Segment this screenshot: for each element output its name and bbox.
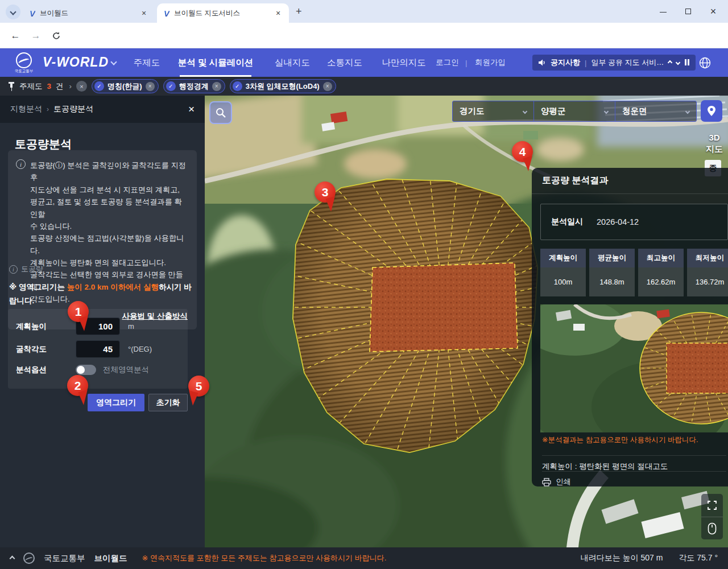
map-search-button[interactable] <box>209 101 232 124</box>
statusbar-brand[interactable]: 브이월드 <box>94 553 127 564</box>
draw-area-button[interactable]: 영역그리기 <box>88 394 144 411</box>
height-warning: ※ 영역그리기는 높이 2.0 km 이하에서 실행하시기 바랍니다. <box>9 281 197 307</box>
card-avg-height: 평균높이 148.8m <box>589 249 635 296</box>
fullscreen-button[interactable] <box>701 494 723 517</box>
browser-tab-1[interactable]: V 브이월드 × <box>23 3 155 23</box>
date-value: 2026-04-12 <box>597 217 639 226</box>
brand-chevron-icon[interactable] <box>110 59 117 65</box>
tags-clear-all-icon[interactable]: × <box>76 81 87 92</box>
statusbar-notice: ※ 연속지적도를 포함한 모든 주제도는 참고용으로만 사용하시기 바랍니다. <box>142 553 387 563</box>
signup-link[interactable]: 회원가입 <box>475 48 506 77</box>
camera-readout: 내려다보는 높이 507 m 각도 75.7 ° <box>581 553 718 563</box>
tags-expand-icon[interactable]: › <box>69 82 72 90</box>
tag-label: 명칭(한글) <box>107 81 142 92</box>
plan-height-label: 계획높이 <box>16 321 76 332</box>
notice-pause-icon[interactable] <box>684 59 690 67</box>
analysis-results-panel: 토공량 분석결과 분석일시 2026-04-12 계획높이 100m 평균높이 … <box>532 168 728 486</box>
nav-item-mymap[interactable]: 나만의지도 <box>377 48 431 77</box>
card-value: 136.72m <box>687 267 728 296</box>
tag-name-korean[interactable]: ✓ 명칭(한글) × <box>92 79 159 93</box>
dig-angle-label: 굴착각도 <box>16 344 76 354</box>
language-globe-icon[interactable] <box>698 56 712 69</box>
printer-icon <box>542 478 551 486</box>
card-max-height: 최고높이 162.62m <box>638 249 684 296</box>
region-town-value: 청운면 <box>622 106 647 117</box>
tag-remove-icon[interactable]: × <box>212 82 221 91</box>
analysis-form: 계획높이 m 굴착각도 °(DEG) 분석옵션 전체영역분석 <box>8 309 188 389</box>
full-area-label: 전체영역분석 <box>103 365 149 375</box>
forward-icon[interactable]: → <box>28 28 43 43</box>
vworld-favicon-icon: V <box>30 9 35 18</box>
tab-search-button[interactable] <box>6 5 20 19</box>
region-select-county[interactable]: 양평군 <box>534 101 615 121</box>
browser-toolbar: ← → map.vworld.kr/map/dtkmap.do ☻ 게스트(2)… <box>0 23 728 48</box>
option-label: 분석옵션 <box>16 365 76 375</box>
new-tab-button[interactable]: + <box>296 6 302 18</box>
molit-logo-icon <box>23 552 35 564</box>
tags-unit: 건 <box>56 81 64 92</box>
card-value: 162.62m <box>638 267 684 296</box>
brand-title[interactable]: V-WORLD <box>43 55 109 70</box>
minimize-button[interactable] <box>651 7 676 16</box>
region-select-town[interactable]: 청운면 <box>615 101 696 121</box>
section-label-text: 토공량 <box>21 264 43 274</box>
print-label: 인쇄 <box>556 477 571 487</box>
tag-label: 행정경계 <box>179 81 209 92</box>
check-icon: ✓ <box>233 81 242 91</box>
nav-item-comm[interactable]: 소통지도 <box>322 48 367 77</box>
map-3d-label[interactable]: 3D 지도 <box>704 132 725 155</box>
tags-label: 주제도 <box>19 81 43 92</box>
browser-tab-2-active[interactable]: V 브이월드 지도서비스 × <box>157 3 289 23</box>
warning-em: 높이 2.0 km 이하에서 실행 <box>67 283 159 291</box>
plan-height-note: 계획높이 : 평탄화된 평면의 절대고도 <box>542 455 726 472</box>
region-selector-bar: 경기도 양평군 청운면 <box>452 101 697 122</box>
browser-tabstrip: V 브이월드 × V 브이월드 지도서비스 × + × <box>0 0 728 23</box>
analysis-sidebar: 지형분석 › 토공량분석 × 토공량분석 i 토공량(ⓘ) 분석은 굴착깊이와 … <box>0 96 205 547</box>
tag-admin-boundary[interactable]: ✓ 행정경계 × <box>163 79 225 93</box>
annotation-marker-2: 2 <box>67 375 88 396</box>
tab-close-icon[interactable]: × <box>139 9 149 18</box>
tab-title: 브이월드 지도서비스 <box>174 9 268 18</box>
annotation-marker-4: 4 <box>512 141 533 162</box>
maximize-button[interactable] <box>676 7 701 16</box>
mouse-help-button[interactable] <box>701 517 723 539</box>
check-icon: ✓ <box>166 81 176 91</box>
print-button[interactable]: 인쇄 <box>542 471 726 487</box>
locate-pin-button[interactable] <box>701 100 722 122</box>
login-link[interactable]: 로그인 <box>436 48 459 77</box>
tag-remove-icon[interactable]: × <box>323 82 332 91</box>
date-label: 분석일시 <box>551 217 583 227</box>
nav-item-analysis[interactable]: 분석 및 시뮬레이션 <box>175 48 256 77</box>
page-title: 토공량분석 <box>15 137 205 152</box>
reload-icon[interactable] <box>49 28 64 43</box>
notice-banner[interactable]: 공지사항 | 일부 공유 지도 서비… <box>532 55 696 71</box>
notice-next-icon[interactable] <box>676 60 680 65</box>
back-icon[interactable]: ← <box>8 28 23 43</box>
close-button[interactable]: × <box>701 6 726 18</box>
notice-prev-icon[interactable] <box>668 60 672 65</box>
tags-count: 3 <box>47 82 52 90</box>
panel-close-icon[interactable]: × <box>188 103 195 116</box>
breadcrumb-terrain[interactable]: 지형분석 <box>10 104 42 114</box>
dig-angle-unit: °(DEG) <box>128 345 152 353</box>
window-controls: × <box>651 0 726 23</box>
tag-3d-lod4[interactable]: ✓ 3차원 입체모형(LoD4) × <box>230 79 336 93</box>
region-select-province[interactable]: 경기도 <box>453 101 534 121</box>
statusbar-agency: 국토교통부 <box>44 553 85 564</box>
map-status-bar: 국토교통부 브이월드 ※ 연속지적도를 포함한 모든 주제도는 참고용으로만 사… <box>0 547 728 569</box>
section-label: i 토공량 <box>9 264 43 274</box>
full-area-toggle[interactable] <box>76 365 96 375</box>
result-map-thumbnail <box>540 304 728 432</box>
nav-item-indoor[interactable]: 실내지도 <box>266 48 318 77</box>
notice-divider: | <box>585 59 586 67</box>
tab-close-icon[interactable]: × <box>273 9 283 18</box>
statusbar-collapse-icon[interactable] <box>10 555 15 561</box>
region-county-value: 양평군 <box>541 106 566 117</box>
tag-label: 3차원 입체모형(LoD4) <box>246 81 320 92</box>
annotation-marker-5: 5 <box>188 376 209 397</box>
dig-angle-input[interactable] <box>76 340 120 358</box>
tag-remove-icon[interactable]: × <box>146 82 155 91</box>
reset-button[interactable]: 초기화 <box>148 394 188 411</box>
nav-item-thememap[interactable]: 주제도 <box>124 48 169 77</box>
vworld-logo[interactable]: 국토교통부 <box>13 52 35 74</box>
